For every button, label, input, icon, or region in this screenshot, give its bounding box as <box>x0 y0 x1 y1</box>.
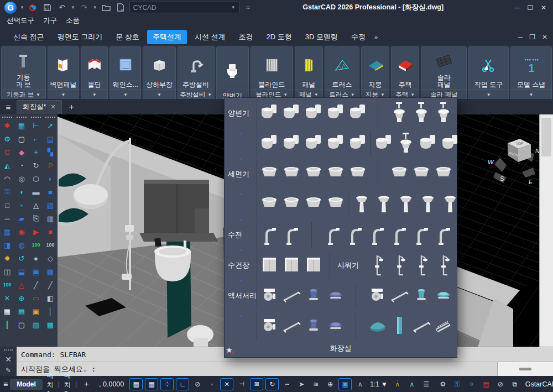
palette-item-toilet[interactable] <box>258 99 280 128</box>
toolbar-icon[interactable]: ⎘ <box>29 212 43 225</box>
ribbon-button-house[interactable]: 주택주택▼ <box>391 46 419 100</box>
toolbar-icon[interactable]: △ <box>15 278 28 291</box>
save-icon[interactable] <box>42 2 53 13</box>
palette-item-cabinet[interactable] <box>258 251 280 280</box>
toolbar-icon[interactable]: ▩ <box>44 318 57 331</box>
palette-item-faucet[interactable] <box>388 221 410 249</box>
palette-item-cup-holder[interactable] <box>302 312 325 341</box>
palette-item-pedestal[interactable] <box>439 190 461 219</box>
palette-item-toilet[interactable] <box>258 129 280 158</box>
scrollbar-thumb[interactable] <box>541 118 551 156</box>
palette-item-toilet[interactable] <box>325 99 347 128</box>
palette-item-towel-bar[interactable] <box>388 281 410 310</box>
snap-mode-toggle[interactable]: ⊹ <box>160 378 174 390</box>
status-menu-icon[interactable]: ≡ <box>3 380 8 389</box>
app-logo-icon[interactable]: G <box>4 2 17 14</box>
palette-item-sink[interactable] <box>325 160 347 189</box>
workspace-toggle[interactable]: ▣ <box>338 378 352 390</box>
palette-item-faucet[interactable] <box>410 221 432 249</box>
logo-dropdown-icon[interactable]: ▼ <box>20 5 24 10</box>
palette-item-sink[interactable] <box>325 190 347 219</box>
toolbar-icon[interactable]: ✕ <box>1 291 14 305</box>
command-prompt-line[interactable]: 시작점을 찍으세요. : <box>17 362 553 376</box>
toolbar-icon[interactable]: ◍ <box>15 238 28 252</box>
command-resize-panel[interactable] <box>497 362 553 376</box>
ribbon-tab-평면도 그리기[interactable]: 평면도 그리기 <box>52 30 108 44</box>
toolbar-icon[interactable]: ➚ <box>44 119 57 132</box>
ribbon-button-sub[interactable]: ▼ <box>511 90 551 100</box>
palette-item-sink[interactable] <box>258 160 280 189</box>
palette-item-shower[interactable] <box>410 251 432 280</box>
qat-customize-icon[interactable]: ≂ <box>243 2 254 13</box>
3dosnap-toggle[interactable]: ⊠ <box>250 378 263 390</box>
toolbar-icon[interactable]: ■ <box>44 225 57 238</box>
selection-cycling-toggle[interactable]: ➤ <box>295 379 307 390</box>
toolbar-icon[interactable]: │ <box>44 305 57 318</box>
maximize-button[interactable]: ☐ <box>527 4 533 12</box>
palette-item-faucet[interactable] <box>322 221 344 249</box>
menu-item-1[interactable]: 가구 <box>43 16 57 25</box>
ribbon-button-toilet[interactable]: 양변기 <box>216 46 249 100</box>
palette-item-wall-toilet[interactable] <box>410 99 432 128</box>
palette-item-faucet[interactable] <box>258 221 280 249</box>
annotation-visibility-icon[interactable]: ʌ <box>406 379 418 390</box>
grid-toggle[interactable]: ▦ <box>145 378 158 390</box>
isolate-objects-icon[interactable]: ⊘ <box>494 379 507 390</box>
new-layout-button[interactable]: ＋ <box>79 379 93 389</box>
menu-item-0[interactable]: 선택도구 <box>7 16 34 25</box>
palette-item-wall-toilet[interactable] <box>432 99 455 128</box>
toolbar-icon[interactable]: ┃ <box>1 318 14 331</box>
clean-screen-icon[interactable]: ⧉ <box>509 379 521 390</box>
toolbar-icon[interactable]: ⊢ <box>29 119 43 132</box>
palette-item-pedestal[interactable] <box>351 190 373 219</box>
palette-item-shower[interactable] <box>366 251 388 280</box>
toolbar-icon[interactable]: P <box>44 159 57 172</box>
palette-item-sink[interactable] <box>302 160 325 189</box>
ribbon-button-solar[interactable]: 솔라 패널솔라 패널 <box>421 46 467 100</box>
palette-item-shower[interactable] <box>388 251 410 280</box>
ribbon-tab-시설 설계[interactable]: 시설 설계 <box>189 30 231 44</box>
close-button[interactable]: ✕ <box>541 4 546 12</box>
ribbon-button-panel[interactable]: 패널패널▼ <box>295 46 323 100</box>
workspace-combobox[interactable]: CYCAD ▼ <box>129 2 239 13</box>
palette-item-cup-holder-blue[interactable] <box>410 281 432 310</box>
toolbar-icon[interactable]: ↺ <box>15 252 28 265</box>
toolbar-icon[interactable]: ◇ <box>44 252 57 265</box>
toolbar-icon[interactable]: ▪ <box>15 198 28 212</box>
palette-item-glass-panel[interactable] <box>388 312 410 341</box>
redo-icon[interactable]: ↷ <box>79 2 90 13</box>
annotation-scale[interactable]: 1:1▼ <box>368 380 389 388</box>
layout-tab-2[interactable]: 배치2 <box>62 371 73 392</box>
doc-menu-icon[interactable]: ≡ <box>0 102 17 112</box>
document-tab[interactable]: 화장실* ✕ <box>17 100 62 114</box>
otrack-toggle[interactable]: ⊣ <box>236 379 248 390</box>
toolbar-icon[interactable]: ✸ <box>1 252 14 265</box>
doc-close-button[interactable]: ✕ <box>542 33 547 41</box>
ribbon-button-truss[interactable]: 트러스트러스▼ <box>325 46 359 100</box>
palette-item-pedestal[interactable] <box>417 190 439 219</box>
ribbon-button-modelsnap[interactable]: 1모델 스냅▼ <box>510 46 552 100</box>
toolbar-icon[interactable]: ＋ <box>29 145 43 159</box>
palette-item-faucet[interactable] <box>344 221 366 249</box>
palette-item-toilet[interactable] <box>417 129 439 158</box>
palette-item-sink[interactable] <box>302 190 325 219</box>
palette-item-towel-bar[interactable] <box>410 312 432 341</box>
toolbar-icon[interactable]: ⌐ <box>29 132 43 145</box>
palette-item-cabinet[interactable] <box>280 251 302 280</box>
ribbon-button-cabinet[interactable]: 상하부장▼ <box>143 46 175 100</box>
palette-item-faucet[interactable] <box>280 221 302 249</box>
palette-item-toilet[interactable] <box>439 129 461 158</box>
toolbar-icon[interactable]: ▣ <box>29 265 43 278</box>
doc-restore-button[interactable]: ❐ <box>529 33 535 41</box>
palette-item-wall-toilet[interactable] <box>395 129 417 158</box>
ribbon-button-sub[interactable]: 주방설비▼ <box>178 90 214 100</box>
toolbar-icon[interactable]: 100 <box>29 238 43 252</box>
palette-item-cup-holder[interactable] <box>302 281 325 310</box>
palette-item-soap-dish-blue[interactable] <box>432 281 455 310</box>
toolbar-icon[interactable]: ◠ <box>1 172 14 185</box>
ribbon-button-wall-panel[interactable]: 벽면패널▼ <box>48 46 79 100</box>
ribbon-tab-3D 모델링[interactable]: 3D 모델링 <box>300 30 343 44</box>
toolbar-grip[interactable] <box>2 117 12 118</box>
toolbar-icon[interactable]: □ <box>1 198 14 212</box>
ucs-toggle[interactable]: ↻ <box>265 378 279 390</box>
